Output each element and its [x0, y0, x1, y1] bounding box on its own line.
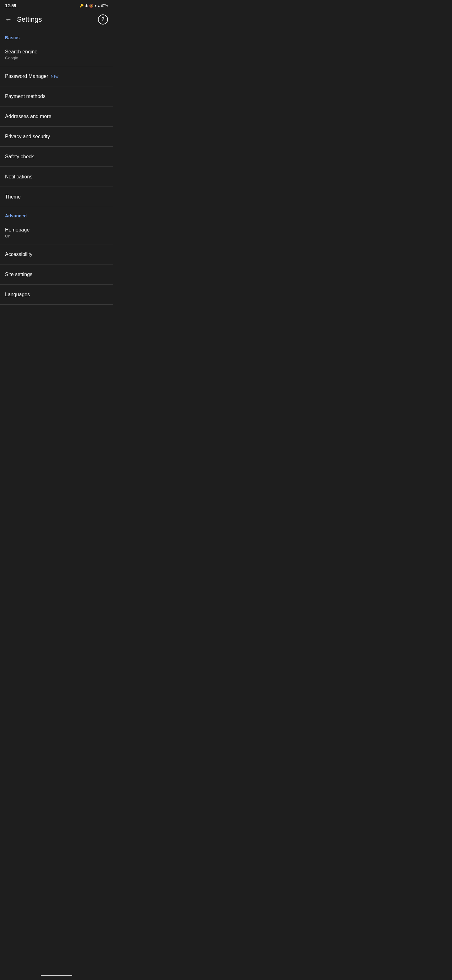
section-header-advanced: Advanced: [0, 207, 113, 221]
settings-item-title-languages: Languages: [5, 292, 108, 298]
settings-item-theme[interactable]: Theme: [0, 187, 113, 207]
page-title: Settings: [17, 15, 42, 24]
status-icons: 🔑 ✱ 🔕 ▾ ▴ 67%: [79, 4, 108, 8]
settings-item-subtitle-search-engine: Google: [5, 56, 108, 60]
status-time: 12:59: [5, 3, 16, 8]
settings-item-password-manager[interactable]: Password Manager New: [0, 66, 113, 86]
settings-item-safety-check[interactable]: Safety check: [0, 147, 113, 167]
settings-item-payment-methods[interactable]: Payment methods: [0, 86, 113, 107]
bluetooth-icon: ✱: [85, 4, 88, 8]
settings-item-title-search-engine: Search engine: [5, 49, 108, 55]
back-button[interactable]: ←: [5, 16, 12, 23]
settings-item-accessibility[interactable]: Accessibility: [0, 244, 113, 264]
settings-item-languages[interactable]: Languages: [0, 285, 113, 305]
settings-item-title-site-settings: Site settings: [5, 272, 108, 277]
vpn-icon: 🔑: [79, 4, 84, 8]
silent-icon: 🔕: [89, 4, 94, 8]
settings-item-notifications[interactable]: Notifications: [0, 167, 113, 187]
settings-item-title-theme: Theme: [5, 194, 108, 200]
wifi-icon: ▾: [95, 4, 97, 8]
settings-item-title-homepage: Homepage: [5, 227, 108, 233]
settings-item-privacy[interactable]: Privacy and security: [0, 127, 113, 147]
settings-item-homepage[interactable]: Homepage On: [0, 221, 113, 244]
status-bar: 12:59 🔑 ✱ 🔕 ▾ ▴ 67%: [0, 0, 113, 10]
settings-item-title-payment-methods: Payment methods: [5, 94, 108, 99]
battery-text: 67%: [101, 4, 108, 8]
new-badge: New: [51, 74, 59, 78]
signal-icon: ▴: [98, 4, 100, 8]
settings-item-title-privacy: Privacy and security: [5, 134, 108, 140]
help-button[interactable]: ?: [98, 14, 108, 24]
battery-icon: 67%: [101, 4, 108, 8]
settings-item-subtitle-homepage: On: [5, 234, 108, 239]
settings-item-title-safety-check: Safety check: [5, 154, 108, 159]
settings-item-title-password-manager: Password Manager New: [5, 73, 108, 79]
header: ← Settings ?: [0, 10, 113, 29]
settings-item-addresses[interactable]: Addresses and more: [0, 107, 113, 127]
section-header-basics: Basics: [0, 29, 113, 43]
header-left: ← Settings: [5, 15, 42, 24]
settings-item-search-engine[interactable]: Search engine Google: [0, 43, 113, 66]
settings-item-site-settings[interactable]: Site settings: [0, 264, 113, 285]
settings-item-title-notifications: Notifications: [5, 174, 108, 180]
settings-item-title-addresses: Addresses and more: [5, 114, 108, 119]
settings-item-title-accessibility: Accessibility: [5, 251, 108, 257]
